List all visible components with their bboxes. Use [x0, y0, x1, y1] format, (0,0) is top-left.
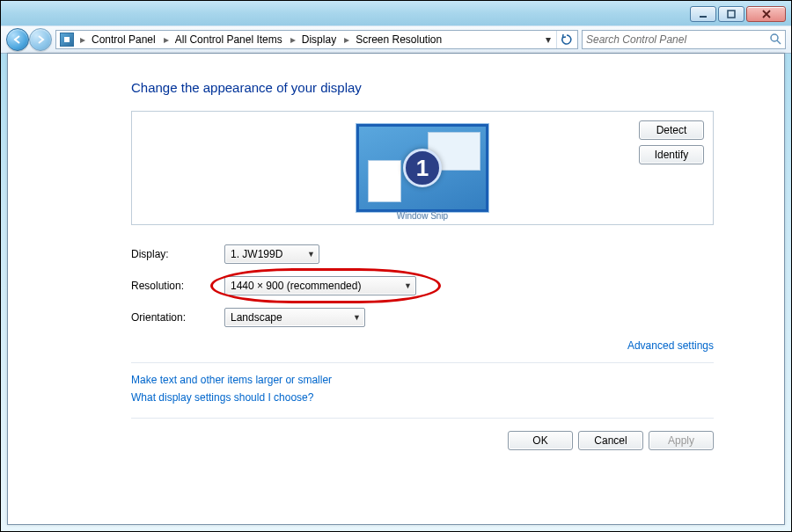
monitor-number-badge: 1	[403, 149, 442, 187]
page-title: Change the appearance of your display	[131, 80, 714, 95]
navigation-bar: ▸ Control Panel ▸ All Control Panel Item…	[1, 26, 791, 54]
divider	[131, 362, 714, 363]
search-icon	[769, 33, 781, 47]
display-label: Display:	[131, 248, 224, 260]
svg-rect-0	[700, 16, 707, 18]
chevron-down-icon: ▼	[404, 281, 412, 290]
close-button[interactable]	[746, 6, 786, 22]
svg-point-2	[771, 34, 778, 41]
address-history-dropdown[interactable]: ▾	[541, 32, 555, 47]
ok-button[interactable]: OK	[508, 431, 573, 450]
chevron-right-icon[interactable]: ▸	[77, 33, 88, 46]
orientation-dropdown[interactable]: Landscape ▼	[224, 308, 365, 327]
breadcrumb-item[interactable]: Display	[298, 31, 341, 48]
advanced-settings-link[interactable]: Advanced settings	[131, 339, 714, 352]
chevron-down-icon: ▼	[307, 250, 315, 259]
display-dropdown[interactable]: 1. JW199D ▼	[224, 244, 319, 264]
monitor-thumbnail[interactable]: 1	[356, 124, 488, 212]
chevron-right-icon[interactable]: ▸	[288, 33, 298, 46]
content-area: Change the appearance of your display 1 …	[7, 53, 785, 525]
chevron-right-icon[interactable]: ▸	[341, 33, 352, 46]
snip-overlay-text: Window Snip	[397, 211, 448, 221]
resolution-label: Resolution:	[131, 280, 224, 292]
refresh-button[interactable]	[556, 31, 576, 48]
search-placeholder: Search Control Panel	[586, 33, 686, 46]
control-panel-icon	[60, 33, 74, 47]
detect-button[interactable]: Detect	[639, 120, 704, 140]
maximize-button[interactable]	[718, 6, 744, 22]
minimize-button[interactable]	[690, 6, 716, 22]
svg-rect-1	[728, 11, 735, 18]
chevron-down-icon: ▼	[353, 313, 361, 322]
breadcrumb-item[interactable]: Screen Resolution	[352, 31, 447, 48]
apply-button[interactable]: Apply	[649, 431, 714, 450]
chevron-right-icon[interactable]: ▸	[161, 33, 172, 46]
identify-button[interactable]: Identify	[639, 145, 704, 164]
forward-button[interactable]	[29, 28, 52, 51]
cancel-button[interactable]: Cancel	[578, 431, 643, 450]
search-input[interactable]: Search Control Panel	[582, 30, 786, 49]
display-help-link[interactable]: What display settings should I choose?	[131, 391, 714, 404]
orientation-label: Orientation:	[131, 311, 224, 324]
back-button[interactable]	[6, 28, 29, 51]
text-size-link[interactable]: Make text and other items larger or smal…	[131, 374, 714, 386]
window-titlebar	[1, 1, 791, 26]
display-preview-box: 1 Window Snip Detect Identify	[131, 111, 714, 225]
resolution-dropdown[interactable]: 1440 × 900 (recommended) ▼	[224, 276, 416, 295]
breadcrumb-item[interactable]: Control Panel	[88, 31, 161, 48]
breadcrumb-item[interactable]: All Control Panel Items	[172, 31, 288, 48]
address-bar[interactable]: ▸ Control Panel ▸ All Control Panel Item…	[55, 30, 578, 49]
dialog-footer: OK Cancel Apply	[131, 418, 714, 450]
svg-line-3	[777, 40, 781, 44]
